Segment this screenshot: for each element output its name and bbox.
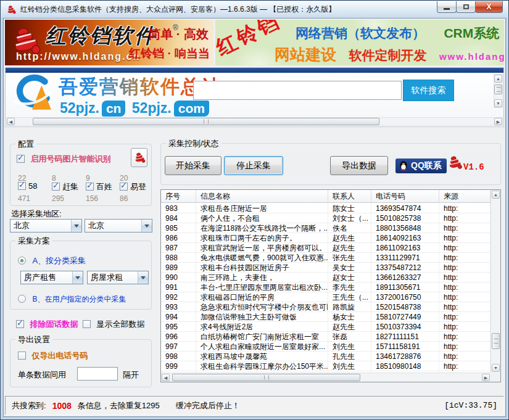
app-bell-icon — [6, 4, 17, 15]
scroll-down-icon[interactable]: ▼ — [492, 364, 500, 372]
plan-a-radio[interactable] — [18, 257, 26, 265]
table-row[interactable]: 998求租西马坡中晟馨苑孔先生13461728876http: — [161, 352, 490, 361]
banner-hldang-ad[interactable]: 红铃铛软件 ® 简单 · 高效 http://www.hldang.cn 红铃铛… — [5, 20, 213, 65]
status-count: 1008 — [52, 401, 72, 411]
scroll-left-icon[interactable]: ◀ — [7, 118, 15, 125]
table-vertical-scrollbar[interactable]: ▲ ▼ — [490, 190, 500, 373]
table-cell: 加微信说带独卫大主卧可做饭 — [196, 312, 328, 321]
minimize-button[interactable] — [437, 1, 457, 13]
ocr-checkbox[interactable]: ✓ — [17, 155, 25, 163]
scroll-down-icon[interactable]: ▼ — [494, 99, 502, 107]
column-header-title[interactable]: 信息名称 — [196, 190, 328, 202]
show-all-label: 显示全部数据 — [96, 319, 144, 329]
table-row[interactable]: 984俩个人住，不合租刘女士（...15010825738http: — [161, 213, 490, 223]
table-row[interactable]: 993急急求租方恒时代写字楼中介朋友也可以路凯旋15201548738http: — [161, 302, 490, 312]
table-cell: 张磊 — [328, 332, 371, 341]
web-horizontal-scrollbar[interactable]: ◀ ▶ — [6, 117, 503, 126]
region-select-2[interactable]: 北京 — [85, 219, 152, 233]
maximize-button[interactable] — [456, 1, 476, 13]
column-header-seq[interactable]: 序号 — [161, 190, 196, 202]
separator-input[interactable] — [77, 367, 118, 381]
table-row[interactable]: 990南三环路上，夫妻住，赵女士13661263327http: — [161, 273, 490, 282]
export-phone-only-checkbox[interactable]: ✓ — [18, 352, 26, 360]
table-vscroll-thumb[interactable] — [492, 333, 500, 349]
site-total-count: 86 — [120, 194, 128, 203]
table-row[interactable]: 983求租岳各庄附近一居陈女士13693547874http: — [161, 204, 490, 213]
web-vscroll-thumb[interactable] — [494, 84, 502, 94]
window-title: 红铃铛分类信息采集软件（支持搜房、大众点评网、安居客）—1.6.6.3版 — 【… — [20, 4, 336, 15]
chevron-down-icon[interactable] — [71, 220, 81, 232]
stop-button[interactable]: 停止采集 — [224, 156, 283, 175]
column-header-contact[interactable]: 联系人 — [328, 190, 371, 202]
table-row[interactable]: 985在海淀118路公交车线路找一个隔断，...佚名18801356848htt… — [161, 223, 490, 233]
exclude-landline-label: 排除固话数据 — [30, 319, 78, 329]
minimize-icon — [444, 8, 450, 10]
export-button[interactable]: 导出数据 — [330, 156, 388, 175]
table-row[interactable]: 992求租磁器口附近的平房王先生（...13720016750http: — [161, 292, 490, 302]
table-row[interactable]: 986求租珠市口两千左右的房子。赵先生18614092163http: — [161, 233, 490, 243]
table-cell: 999 — [161, 361, 196, 371]
scroll-up-icon[interactable]: ▲ — [494, 75, 502, 83]
chevron-down-icon[interactable] — [141, 220, 152, 232]
site-checkbox-58[interactable]: ✓ — [18, 182, 26, 190]
web-hscroll-thumb[interactable] — [33, 118, 379, 125]
show-all-checkbox[interactable]: ✓ — [83, 320, 91, 328]
table-cell: 赵先生 — [328, 322, 371, 331]
exclude-landline-checkbox[interactable]: ✓ — [16, 320, 24, 328]
table-row[interactable]: 991丰台-七里庄望园东里两居室出租次卧...李先生18911305671htt… — [161, 282, 490, 292]
table-row[interactable]: 999求租生命科学园珠江摩尔办公150平米...刘先生18510980148ht… — [161, 361, 490, 371]
domain2-tld: com — [174, 101, 209, 117]
table-row[interactable]: 997个人求租白家疃或附近一居室最好家...刘先生15711158191http… — [161, 342, 490, 352]
table-cell: 刘先生 — [328, 361, 371, 371]
client-area: 红铃铛软件 ® 简单 · 高效 http://www.hldang.cn 红铃铛… — [3, 18, 506, 417]
table-cell: 985 — [161, 223, 196, 233]
scroll-up-icon[interactable]: ▲ — [492, 191, 500, 199]
site-label: 易登 — [130, 182, 146, 191]
table-cell: 995 — [161, 322, 196, 331]
table-cell: 983 — [161, 204, 196, 213]
site-total-count: 156 — [86, 194, 98, 203]
table-cell: http: — [439, 361, 490, 371]
web-vertical-scrollbar[interactable]: ▲ ▼ — [494, 74, 503, 108]
table-row[interactable]: 988免水电供暖燃气费，900就可入住双惠...张先生13311129971ht… — [161, 253, 490, 263]
banner-service-marketing: 网络营销（软文发布） — [296, 26, 425, 40]
site-checkbox-baixing[interactable]: ✓ — [86, 183, 94, 191]
plan-b-radio[interactable] — [18, 295, 26, 303]
chevron-down-icon[interactable] — [138, 271, 148, 284]
table-cell: http: — [439, 253, 490, 262]
config-group: 配置 ✓ 启用号码图片智能识别 22 8 9 20 ✓58 ✓赶集 ✓百姓 ✓易… — [10, 144, 152, 206]
site-checkbox-yideng[interactable]: ✓ — [120, 183, 128, 191]
close-button[interactable]: X — [475, 1, 503, 13]
table-row[interactable]: 996白纸坊椿树馆广安门南附近求租一室张磊18271111151http: — [161, 332, 490, 342]
category-select-1[interactable]: 房产租售 — [20, 271, 83, 284]
region-select-1[interactable]: 北京 — [10, 219, 82, 233]
export-group: 导出设置 ✓ 仅导出电话号码 单条数据间用 隔开 — [10, 339, 152, 387]
column-header-phone[interactable]: 电话号码 — [371, 190, 439, 202]
table-cell: http: — [439, 352, 490, 361]
table-horizontal-scrollbar[interactable]: ◀ ▶ — [161, 373, 490, 382]
table-row[interactable]: 995求4号线附近2居赵先生15010373394http: — [161, 322, 490, 332]
category-select-2[interactable]: 房屋求租 — [87, 271, 149, 284]
bell-button[interactable] — [131, 148, 147, 167]
site-checkbox-ganji[interactable]: ✓ — [52, 183, 60, 191]
table-row[interactable]: 994加微信说带独卫大主卧可做饭杨女士15810727449http: — [161, 312, 490, 322]
table-row[interactable]: 987求租宣武附近一居，平房楼房都可以。赵先生18611092163http: — [161, 243, 490, 253]
qq-contact-button[interactable]: QQ联系 — [395, 159, 447, 173]
banner-services-ad[interactable]: 红铃铛 网络营销（软文发布） CRM系统 网站建设 软件定制开发 www.hld… — [215, 20, 504, 65]
domain1: 52pjz. — [60, 100, 99, 116]
search-input[interactable] — [193, 81, 402, 100]
scroll-right-icon[interactable]: ▶ — [482, 374, 490, 381]
table-hscroll-thumb[interactable] — [172, 374, 360, 381]
site-label: 58 — [28, 181, 37, 191]
start-button[interactable]: 开始采集 — [165, 156, 221, 175]
chevron-down-icon[interactable] — [72, 271, 83, 284]
search-button[interactable]: 软件搜索 — [403, 80, 454, 101]
scroll-right-icon[interactable]: ▶ — [494, 118, 502, 125]
column-header-source[interactable]: 来源 — [439, 190, 490, 202]
table-row[interactable]: 989求租丰台科技园区附近房子吴女士13375487212http: — [161, 263, 490, 273]
table-cell: 15010373394 — [371, 322, 439, 331]
table-cell: 求租生命科学园珠江摩尔办公150平米... — [196, 361, 328, 371]
scroll-left-icon[interactable]: ◀ — [162, 374, 170, 381]
table-cell: 18801356848 — [371, 223, 439, 233]
title-bar[interactable]: 红铃铛分类信息采集软件（支持搜房、大众点评网、安居客）—1.6.6.3版 — 【… — [1, 1, 508, 18]
